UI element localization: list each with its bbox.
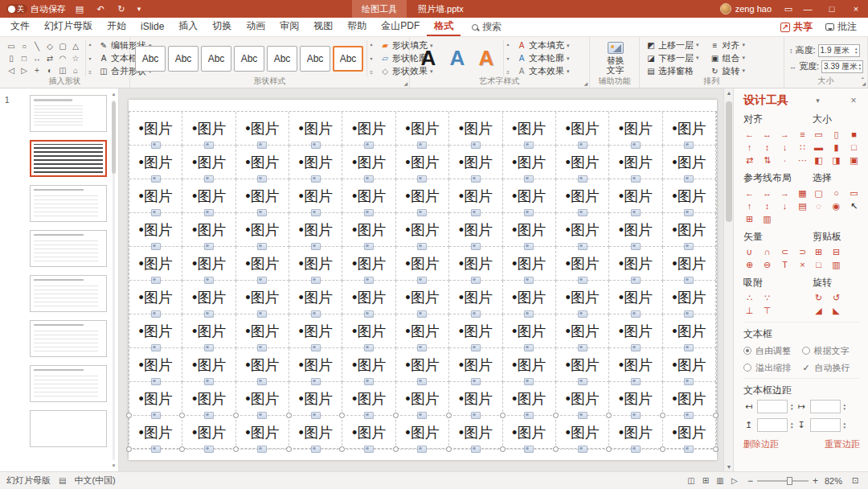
photo-placeholder-cell[interactable]: •图片 xyxy=(396,416,449,450)
menu-tab-9[interactable]: 视图 xyxy=(306,18,340,36)
panel-dropdown-icon[interactable]: ▾ xyxy=(812,97,825,105)
selection-handle[interactable] xyxy=(553,446,559,452)
comments-button[interactable]: 批注 xyxy=(825,20,857,34)
photo-placeholder-cell[interactable]: •图片 xyxy=(129,416,182,450)
photo-placeholder-cell[interactable]: •图片 xyxy=(129,146,182,179)
tool-icon[interactable]: □ xyxy=(813,259,825,270)
textbox-option-2[interactable]: 根据文字 xyxy=(802,343,861,358)
view-mode-icon-4[interactable]: ▷ xyxy=(728,476,741,485)
tool-icon[interactable]: ⊤ xyxy=(761,305,773,316)
menu-tab-8[interactable]: 审阅 xyxy=(272,18,306,36)
menu-tab-7[interactable]: 动画 xyxy=(239,18,272,36)
photo-placeholder-cell[interactable]: •图片 xyxy=(182,247,235,281)
photo-placeholder-cell[interactable]: •图片 xyxy=(342,281,395,314)
height-input[interactable]: 1.9 厘米▴▾ xyxy=(818,44,860,57)
ribbon-display-options-icon[interactable]: ▭ xyxy=(781,4,796,14)
photo-placeholder-cell[interactable]: •图片 xyxy=(503,179,556,213)
margin-input[interactable] xyxy=(757,400,788,413)
photo-placeholder-cell[interactable]: •图片 xyxy=(503,314,556,348)
arrange-4-button[interactable]: ▣组合▾ xyxy=(709,52,747,64)
wordart-1-button[interactable]: A文本填充▾ xyxy=(515,39,571,51)
shape-option-icon[interactable]: ╲ xyxy=(31,40,43,52)
zoom-slider-track[interactable] xyxy=(757,480,809,482)
photo-placeholder-cell[interactable]: •图片 xyxy=(342,213,395,247)
wordart-preset-1[interactable]: A xyxy=(415,44,442,73)
photo-placeholder-cell[interactable]: •图片 xyxy=(129,112,182,146)
selection-handle[interactable] xyxy=(339,446,345,452)
zoom-in-icon[interactable]: + xyxy=(813,475,818,487)
margin-input[interactable] xyxy=(810,400,841,413)
customize-quick-access-caret-icon[interactable]: ▾ xyxy=(135,5,143,13)
thumbnail-scrollbar[interactable]: ▲ ▼ xyxy=(111,92,117,468)
photo-placeholder-cell[interactable]: •图片 xyxy=(182,416,235,450)
photo-placeholder-cell[interactable]: •图片 xyxy=(129,179,182,213)
tool-icon[interactable]: ○ xyxy=(830,187,842,199)
tool-icon[interactable]: ⋯ xyxy=(796,154,809,166)
radio-icon[interactable] xyxy=(743,347,751,355)
photo-placeholder-cell[interactable]: •图片 xyxy=(396,213,449,247)
spin-down-icon[interactable]: ▾ xyxy=(791,425,793,429)
photo-placeholder-cell[interactable]: •图片 xyxy=(182,348,235,382)
photo-placeholder-cell[interactable]: •图片 xyxy=(182,112,235,146)
margin-input[interactable] xyxy=(757,418,788,432)
selection-handle[interactable] xyxy=(500,413,506,418)
autosave-toggle[interactable]: 关 自动保存 xyxy=(6,3,66,15)
tool-icon[interactable]: ◌ xyxy=(813,200,825,212)
photo-placeholder-cell[interactable]: •图片 xyxy=(663,382,716,416)
checkmark-icon[interactable]: ✓ xyxy=(802,363,811,373)
photo-placeholder-cell[interactable]: •图片 xyxy=(129,213,182,247)
photo-placeholder-cell[interactable]: •图片 xyxy=(396,112,449,146)
canvas-scroll-down-icon[interactable]: ▼ xyxy=(724,464,734,470)
shape-style-preset-4[interactable]: Abc xyxy=(234,46,264,72)
margin-spinner[interactable]: ▴▾ xyxy=(844,403,846,411)
photo-placeholder-cell[interactable]: •图片 xyxy=(342,314,395,348)
slide-thumbnail-4[interactable] xyxy=(30,230,107,267)
photo-placeholder-cell[interactable]: •图片 xyxy=(289,314,342,348)
tool-icon[interactable]: × xyxy=(796,259,809,270)
tool-icon[interactable]: ↖ xyxy=(848,200,860,212)
undo-icon[interactable]: ↶ xyxy=(93,4,108,14)
shape-option-icon[interactable]: ⇄ xyxy=(43,52,56,64)
selection-handle[interactable] xyxy=(393,413,399,418)
menu-tab-5[interactable]: 插入 xyxy=(171,18,205,36)
tool-icon[interactable]: ◨ xyxy=(830,154,842,166)
photo-placeholder-cell[interactable]: •图片 xyxy=(663,247,716,281)
selection-handle[interactable] xyxy=(233,446,239,452)
photo-placeholder-cell[interactable]: •图片 xyxy=(182,281,235,314)
selection-handle[interactable] xyxy=(393,446,399,452)
photo-placeholder-cell[interactable]: •图片 xyxy=(236,112,289,146)
shape-option-icon[interactable]: ◐ xyxy=(43,64,56,76)
arrange-2-button[interactable]: ≡对齐▾ xyxy=(709,39,747,51)
shape-style-scrollbar[interactable]: ▴ ▾ ≡ xyxy=(366,40,375,76)
photo-placeholder-cell[interactable]: •图片 xyxy=(342,382,395,416)
photo-placeholder-cell[interactable]: •图片 xyxy=(556,179,609,213)
tool-icon[interactable]: ↑ xyxy=(743,200,755,212)
tool-icon[interactable]: ◧ xyxy=(813,154,825,166)
styles-down-icon[interactable]: ▾ xyxy=(370,55,372,62)
slide-thumbnail-1[interactable] xyxy=(30,95,107,132)
selection-handle[interactable] xyxy=(660,446,665,452)
tool-icon[interactable]: ↑ xyxy=(743,142,755,153)
tool-icon[interactable]: ↔ xyxy=(761,187,773,199)
selection-handle[interactable] xyxy=(179,446,185,452)
photo-placeholder-cell[interactable]: •图片 xyxy=(449,348,502,382)
photo-placeholder-cell[interactable]: •图片 xyxy=(129,281,182,314)
photo-placeholder-cell[interactable]: •图片 xyxy=(182,314,235,348)
selection-handle[interactable] xyxy=(446,446,452,452)
view-mode-icon-3[interactable]: ▥ xyxy=(714,476,727,485)
photo-placeholder-cell[interactable]: •图片 xyxy=(396,348,449,382)
photo-placeholder-cell[interactable]: •图片 xyxy=(182,382,235,416)
view-mode-icon-2[interactable]: ⊞ xyxy=(699,476,712,485)
wordart-2-button[interactable]: A文本轮廓▾ xyxy=(515,52,571,64)
tool-icon[interactable]: ⊞ xyxy=(743,213,755,224)
shape-style-preset-5[interactable]: Abc xyxy=(267,46,297,72)
shape-option-icon[interactable]: ○ xyxy=(18,40,31,52)
maximize-button[interactable]: □ xyxy=(820,0,844,18)
arrange-3-button[interactable]: ◪下移一层▾ xyxy=(645,52,701,64)
photo-placeholder-cell[interactable]: •图片 xyxy=(663,213,716,247)
photo-placeholder-cell[interactable]: •图片 xyxy=(236,179,289,213)
wordart-up-icon[interactable]: ▴ xyxy=(506,41,509,47)
search-box[interactable]: 搜索 xyxy=(472,18,502,36)
photo-placeholder-cell[interactable]: •图片 xyxy=(396,146,449,179)
menu-tab-12[interactable]: 格式 xyxy=(427,18,461,36)
